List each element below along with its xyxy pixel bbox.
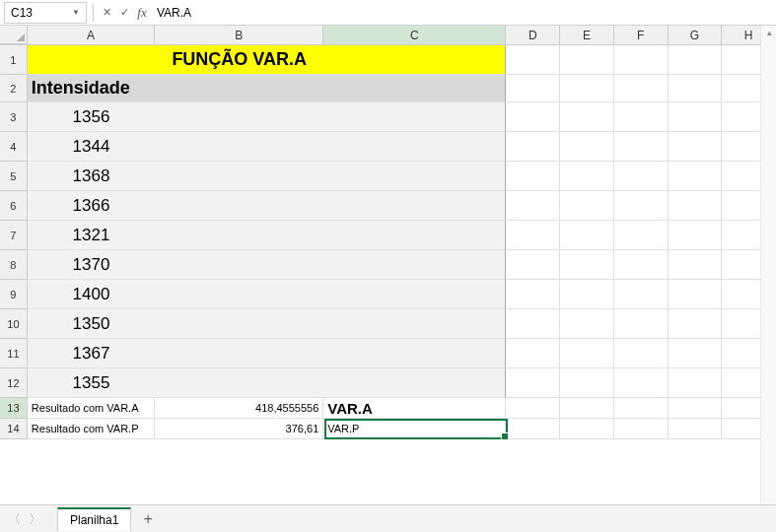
cell-A6[interactable]: 1366 [28,191,155,221]
vertical-scrollbar[interactable]: ▴ [760,26,776,504]
row-header-5[interactable]: 5 [0,162,28,191]
col-header-B[interactable]: B [155,26,323,44]
cell-G12[interactable] [669,368,723,398]
cell-B13[interactable]: 418,4555556 [155,398,323,419]
cell-C10[interactable] [323,309,506,339]
row-header-14[interactable]: 14 [0,419,28,439]
cell-G2[interactable] [669,75,723,102]
cell-E2[interactable] [560,75,614,102]
cell-E4[interactable] [560,132,614,162]
cell-C1[interactable] [323,45,506,75]
cell-C4[interactable] [323,132,506,162]
cell-D1[interactable] [506,45,560,75]
row-header-10[interactable]: 10 [0,309,28,339]
cell-D12[interactable] [506,368,560,398]
row-header-6[interactable]: 6 [0,191,28,221]
row-header-11[interactable]: 11 [0,339,28,368]
cell-A3[interactable]: 1356 [28,102,155,132]
col-header-F[interactable]: F [614,26,669,44]
cell-F3[interactable] [614,102,669,132]
cell-B2[interactable] [155,75,323,102]
cell-F1[interactable] [614,45,669,75]
cell-D10[interactable] [506,309,560,339]
cell-D4[interactable] [506,132,560,162]
cell-F13[interactable] [614,398,669,419]
cell-A8[interactable]: 1370 [28,250,155,280]
cell-A7[interactable]: 1321 [28,221,155,250]
cell-A13[interactable]: Resultado com VAR.A [28,398,155,419]
cell-C3[interactable] [323,102,506,132]
add-sheet-button[interactable]: + [143,510,152,528]
cell-D8[interactable] [506,250,560,280]
cell-A10[interactable]: 1350 [28,309,155,339]
cell-C13[interactable]: VAR.A [323,398,506,419]
cell-B4[interactable] [155,132,323,162]
cell-G14[interactable] [669,419,723,439]
cell-D11[interactable] [506,339,560,368]
col-header-E[interactable]: E [560,26,614,44]
cell-D6[interactable] [506,191,560,221]
cell-A14[interactable]: Resultado com VAR.P [28,419,155,439]
col-header-C[interactable]: C [323,26,506,44]
row-header-13[interactable]: 13 [0,398,28,419]
cell-G11[interactable] [669,339,723,368]
cell-B12[interactable] [155,368,323,398]
cell-G7[interactable] [669,221,723,250]
cell-E14[interactable] [560,419,614,439]
cell-F4[interactable] [614,132,669,162]
name-box[interactable]: C13 ▼ [4,2,87,24]
cell-D5[interactable] [506,162,560,191]
cell-E11[interactable] [560,339,614,368]
cell-G4[interactable] [669,132,723,162]
row-header-12[interactable]: 12 [0,368,28,398]
cell-D2[interactable] [506,75,560,102]
select-all-corner[interactable] [0,26,28,44]
cell-A11[interactable]: 1367 [28,339,155,368]
cell-B3[interactable] [155,102,323,132]
cell-F8[interactable] [614,250,669,280]
cell-B14[interactable]: 376,61 [155,419,323,439]
cell-C7[interactable] [323,221,506,250]
cell-B11[interactable] [155,339,323,368]
confirm-formula-icon[interactable]: ✓ [115,4,133,22]
cell-E6[interactable] [560,191,614,221]
cell-F2[interactable] [614,75,669,102]
cell-F6[interactable] [614,191,669,221]
cell-B6[interactable] [155,191,323,221]
chevron-down-icon[interactable]: ▼ [72,8,80,17]
cell-A12[interactable]: 1355 [28,368,155,398]
cell-C12[interactable] [323,368,506,398]
cell-F11[interactable] [614,339,669,368]
cell-B1-title[interactable]: FUNÇÃO VAR.A [155,45,323,75]
cell-C8[interactable] [323,250,506,280]
cell-F12[interactable] [614,368,669,398]
tab-next-icon[interactable]: 〉 [29,510,41,528]
cell-E5[interactable] [560,162,614,191]
fx-icon[interactable]: fx [133,4,151,22]
cell-A2-header[interactable]: Intensidade [28,75,155,102]
cell-B9[interactable] [155,280,323,309]
cell-G8[interactable] [669,250,723,280]
cell-D7[interactable] [506,221,560,250]
row-header-4[interactable]: 4 [0,132,28,162]
cell-E9[interactable] [560,280,614,309]
cell-C14[interactable]: VAR.P [323,419,506,439]
cell-C11[interactable] [323,339,506,368]
cell-G3[interactable] [669,102,723,132]
cell-A4[interactable]: 1344 [28,132,155,162]
cell-F7[interactable] [614,221,669,250]
cell-C9[interactable] [323,280,506,309]
row-header-2[interactable]: 2 [0,75,28,102]
cell-B8[interactable] [155,250,323,280]
cell-B10[interactable] [155,309,323,339]
cell-D3[interactable] [506,102,560,132]
cell-G1[interactable] [669,45,723,75]
row-header-1[interactable]: 1 [0,45,28,75]
col-header-A[interactable]: A [28,26,155,44]
cell-E3[interactable] [560,102,614,132]
cell-E13[interactable] [560,398,614,419]
row-header-8[interactable]: 8 [0,250,28,280]
cell-E10[interactable] [560,309,614,339]
cell-G13[interactable] [669,398,723,419]
cell-G10[interactable] [669,309,723,339]
